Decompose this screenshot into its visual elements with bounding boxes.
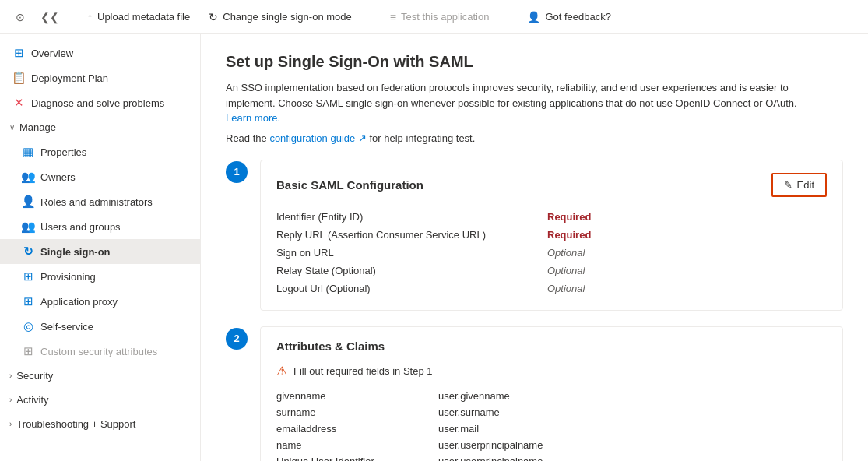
sidebar-item-label: Diagnose and solve problems xyxy=(31,97,164,109)
sidebar-item-diagnose[interactable]: ✕ Diagnose and solve problems xyxy=(0,90,200,115)
change-sso-label: Change single sign-on mode xyxy=(223,11,352,23)
sidebar-item-label: Users and groups xyxy=(40,221,121,233)
field-value: Required xyxy=(547,229,591,241)
sidebar-item-selfservice[interactable]: ◎ Self-service xyxy=(0,314,200,339)
description-text: An SSO implementation based on federatio… xyxy=(226,80,817,126)
properties-icon: ▦ xyxy=(22,146,34,158)
chevron-right-icon: › xyxy=(9,420,12,428)
sidebar-item-appproxy[interactable]: ⊞ Application proxy xyxy=(0,289,200,314)
sidebar-item-label: Overview xyxy=(31,48,73,59)
deployment-icon: 📋 xyxy=(12,72,25,84)
step-2-card: Attributes & Claims ⚠ Fill out required … xyxy=(260,326,843,462)
warning-icon: ⚠ xyxy=(276,364,287,378)
sidebar-item-label: Roles and administrators xyxy=(40,196,153,208)
nav-pin-button[interactable]: ⊙ xyxy=(12,8,28,26)
field-label: Identifier (Entity ID) xyxy=(276,211,541,223)
sidebar-item-deployment-plan[interactable]: 📋 Deployment Plan xyxy=(0,65,200,90)
claim-name: emailaddress xyxy=(276,423,432,435)
upload-metadata-button[interactable]: ↑ Upload metadata file xyxy=(87,11,190,23)
field-label: Logout Url (Optional) xyxy=(276,283,541,294)
main-layout: ⊞ Overview 📋 Deployment Plan ✕ Diagnose … xyxy=(0,34,868,461)
claim-value: user.userprincipalname xyxy=(438,439,543,451)
field-row-sign-on: Sign on URL Optional xyxy=(276,244,827,262)
claim-value: user.givenname xyxy=(438,390,510,402)
config-guide-link[interactable]: configuration guide ↗ xyxy=(269,132,366,144)
warning-text: Fill out required fields in Step 1 xyxy=(293,365,432,377)
sidebar-item-provisioning[interactable]: ⊞ Provisioning xyxy=(0,264,200,289)
step-2: 2 Attributes & Claims ⚠ Fill out require… xyxy=(226,326,843,462)
field-row-relay: Relay State (Optional) Optional xyxy=(276,262,827,280)
step-1: 1 Basic SAML Configuration ✎ Edit Identi… xyxy=(226,160,843,311)
sidebar-item-overview[interactable]: ⊞ Overview xyxy=(0,40,200,65)
feedback-icon: 👤 xyxy=(527,11,540,23)
chevron-right-icon: › xyxy=(9,371,12,380)
change-icon: ↻ xyxy=(209,11,218,23)
edit-button[interactable]: ✎ Edit xyxy=(771,173,827,197)
field-value: Optional xyxy=(547,247,585,259)
change-sso-mode-button[interactable]: ↻ Change single sign-on mode xyxy=(209,11,352,23)
custom-icon: ⊞ xyxy=(22,345,34,357)
sidebar-section-security[interactable]: › Security xyxy=(0,364,200,388)
sidebar-item-label: Owners xyxy=(40,171,76,183)
upload-icon: ↑ xyxy=(87,11,93,23)
step-2-number: 2 xyxy=(226,328,248,350)
step-1-header: Basic SAML Configuration ✎ Edit xyxy=(276,173,827,197)
sidebar-item-owners[interactable]: 👥 Owners xyxy=(0,164,200,189)
diagnose-icon: ✕ xyxy=(12,97,25,109)
claim-row-unique-user: Unique User Identifier user.userprincipa… xyxy=(276,453,827,462)
claim-value: user.surname xyxy=(438,406,500,418)
claim-name: surname xyxy=(276,406,432,418)
learn-more-link[interactable]: Learn more. xyxy=(226,112,280,124)
step-1-number: 1 xyxy=(226,161,248,183)
sidebar-item-custom: ⊞ Custom security attributes xyxy=(0,339,200,364)
field-label: Sign on URL xyxy=(276,247,541,259)
sidebar-section-label: Troubleshooting + Support xyxy=(16,418,135,430)
roles-icon: 👤 xyxy=(22,195,34,208)
sidebar-section-label: Manage xyxy=(19,121,56,133)
sidebar-item-sso[interactable]: ↻ Single sign-on xyxy=(0,239,200,264)
claim-row-emailaddress: emailaddress user.mail xyxy=(276,421,827,437)
claim-row-givenname: givenname user.givenname xyxy=(276,388,827,404)
claim-name: name xyxy=(276,439,432,451)
upload-label: Upload metadata file xyxy=(97,11,190,23)
warning-row: ⚠ Fill out required fields in Step 1 xyxy=(276,364,827,378)
appproxy-icon: ⊞ xyxy=(22,295,34,308)
sidebar: ⊞ Overview 📋 Deployment Plan ✕ Diagnose … xyxy=(0,34,201,461)
edit-label: Edit xyxy=(797,179,814,191)
step-2-title: Attributes & Claims xyxy=(276,340,385,353)
field-row-logout: Logout Url (Optional) Optional xyxy=(276,280,827,297)
test-application-button[interactable]: ≡ Test this application xyxy=(390,11,490,23)
chevron-right-icon: › xyxy=(9,396,12,404)
field-value: Optional xyxy=(547,283,585,294)
users-icon: 👥 xyxy=(22,220,34,233)
sidebar-item-properties[interactable]: ▦ Properties xyxy=(0,139,200,164)
sidebar-item-label: Single sign-on xyxy=(40,246,111,258)
claim-name: Unique User Identifier xyxy=(276,456,432,462)
page-title: Set up Single Sign-On with SAML xyxy=(226,53,843,71)
test-label: Test this application xyxy=(401,11,489,23)
sidebar-section-troubleshooting[interactable]: › Troubleshooting + Support xyxy=(0,412,200,436)
sidebar-item-users[interactable]: 👥 Users and groups xyxy=(0,214,200,239)
feedback-label: Got feedback? xyxy=(545,11,611,23)
owners-icon: 👥 xyxy=(22,171,34,183)
toolbar-divider-1 xyxy=(371,9,371,25)
overview-icon: ⊞ xyxy=(12,47,25,59)
sidebar-item-roles[interactable]: 👤 Roles and administrators xyxy=(0,189,200,214)
sidebar-item-label: Properties xyxy=(40,146,86,158)
claim-row-surname: surname user.surname xyxy=(276,404,827,421)
sidebar-item-label: Custom security attributes xyxy=(40,346,157,357)
chevron-down-icon: ∨ xyxy=(9,123,15,132)
toolbar-divider-2 xyxy=(508,9,508,25)
field-value: Optional xyxy=(547,265,585,276)
toolbar-nav: ⊙ ❮❮ xyxy=(12,8,62,26)
feedback-button[interactable]: 👤 Got feedback? xyxy=(527,11,611,23)
sidebar-section-activity[interactable]: › Activity xyxy=(0,388,200,412)
field-value: Required xyxy=(547,211,591,223)
field-label: Relay State (Optional) xyxy=(276,265,541,276)
step-2-header: Attributes & Claims xyxy=(276,340,827,353)
nav-collapse-button[interactable]: ❮❮ xyxy=(37,8,62,26)
test-icon: ≡ xyxy=(390,11,396,23)
sidebar-section-manage[interactable]: ∨ Manage xyxy=(0,115,200,139)
claim-name: givenname xyxy=(276,390,432,402)
step-1-card: Basic SAML Configuration ✎ Edit Identifi… xyxy=(260,160,843,311)
